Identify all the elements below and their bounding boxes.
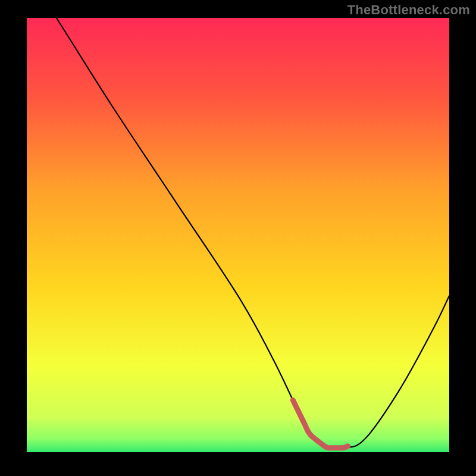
chart-frame: TheBottleneck.com [0,0,476,476]
bottleneck-chart [0,0,476,476]
plot-background [27,18,449,452]
